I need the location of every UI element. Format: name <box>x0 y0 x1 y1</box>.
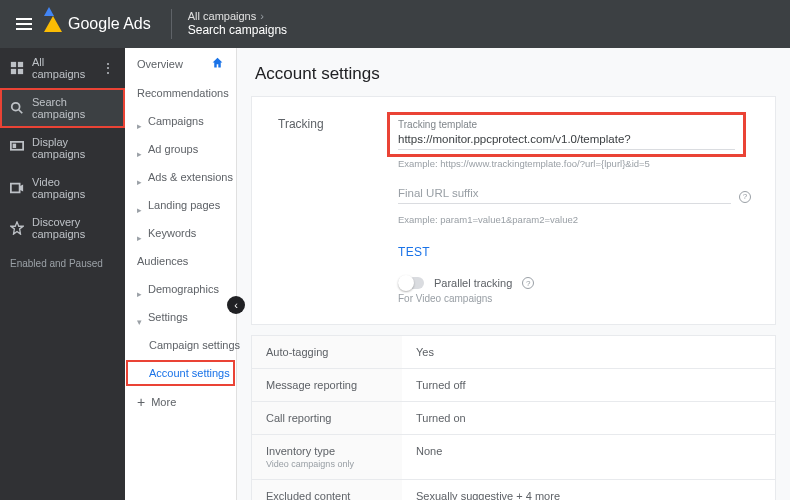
nav-label: Ad groups <box>148 143 198 155</box>
table-row[interactable]: Call reporting Turned on <box>252 401 775 434</box>
sidebar-item-label: Search campaigns <box>32 96 115 120</box>
nav-landing-pages[interactable]: Landing pages <box>125 191 236 219</box>
final-url-suffix-example: Example: param1=value1&param2=value2 <box>398 214 751 225</box>
sidebar-item-all-campaigns[interactable]: All campaigns ⋮ <box>0 48 125 88</box>
chevron-right-icon <box>137 175 142 180</box>
final-url-suffix-field[interactable]: Final URL suffix <box>398 185 731 204</box>
campaign-sidebar: All campaigns ⋮ Search campaigns Display… <box>0 48 125 500</box>
nav-campaigns[interactable]: Campaigns <box>125 107 236 135</box>
setting-value: Turned off <box>402 369 775 401</box>
setting-key: Excluded contentAll campaigns except Dis… <box>252 480 402 500</box>
menu-icon[interactable] <box>8 10 40 38</box>
sidebar-item-discovery-campaigns[interactable]: Discovery campaigns <box>0 208 125 248</box>
nav-ad-groups[interactable]: Ad groups <box>125 135 236 163</box>
nav-ads-extensions[interactable]: Ads & extensions <box>125 163 236 191</box>
grid-icon <box>10 61 24 75</box>
svg-rect-3 <box>18 69 23 74</box>
chevron-right-icon <box>137 287 142 292</box>
chevron-right-icon <box>137 203 142 208</box>
nav-campaign-settings[interactable]: Campaign settings <box>125 331 236 359</box>
table-row[interactable]: Message reporting Turned off <box>252 368 775 401</box>
svg-rect-2 <box>11 69 16 74</box>
nav-label: Recommendations <box>137 87 229 99</box>
nav-label: Account settings <box>149 367 230 379</box>
field-label: Tracking template <box>398 119 735 130</box>
nav-label: Keywords <box>148 227 196 239</box>
main-content: Account settings Tracking Tracking templ… <box>237 48 790 500</box>
nav-demographics[interactable]: Demographics <box>125 275 236 303</box>
sidebar-item-search-campaigns[interactable]: Search campaigns <box>0 88 125 128</box>
sidebar-item-display-campaigns[interactable]: Display campaigns <box>0 128 125 168</box>
svg-line-5 <box>19 110 23 114</box>
svg-rect-8 <box>11 184 20 193</box>
setting-key: Call reporting <box>252 402 402 434</box>
nav-recommendations[interactable]: Recommendations <box>125 79 236 107</box>
setting-key: Inventory typeVideo campaigns only <box>252 435 402 479</box>
nav-label: More <box>151 396 176 408</box>
nav-account-settings[interactable]: Account settings <box>125 359 236 387</box>
collapse-sidebar-button[interactable]: ‹ <box>227 296 245 314</box>
parallel-tracking-note: For Video campaigns <box>398 293 751 304</box>
plus-icon: + <box>137 395 145 409</box>
test-button[interactable]: TEST <box>398 245 430 259</box>
tracking-card: Tracking Tracking template https://monit… <box>251 96 776 325</box>
final-url-suffix-input[interactable]: Final URL suffix <box>398 185 731 204</box>
parallel-tracking-toggle[interactable] <box>398 277 424 289</box>
svg-rect-1 <box>18 62 23 67</box>
search-icon <box>10 101 24 115</box>
sidebar-item-label: All campaigns <box>32 56 93 80</box>
svg-marker-10 <box>11 222 23 234</box>
settings-table: Auto-tagging Yes Message reporting Turne… <box>251 335 776 500</box>
chevron-right-icon: › <box>260 10 264 22</box>
parallel-tracking-label: Parallel tracking <box>434 277 512 289</box>
tracking-template-field[interactable]: Tracking template https://monitor.ppcpro… <box>392 117 741 152</box>
home-icon <box>211 56 224 71</box>
kebab-icon[interactable]: ⋮ <box>101 61 115 75</box>
table-row[interactable]: Excluded contentAll campaigns except Dis… <box>252 479 775 500</box>
breadcrumb-parent: All campaigns <box>188 10 256 22</box>
nav-label: Overview <box>137 58 183 70</box>
nav-keywords[interactable]: Keywords <box>125 219 236 247</box>
chevron-down-icon <box>137 315 142 320</box>
setting-value: Turned on <box>402 402 775 434</box>
page-sidebar: Overview Recommendations Campaigns Ad gr… <box>125 48 237 500</box>
breadcrumb-current: Search campaigns <box>188 23 287 37</box>
nav-label: Campaign settings <box>149 339 240 351</box>
svg-rect-7 <box>13 144 17 148</box>
star-icon <box>10 221 24 235</box>
nav-label: Landing pages <box>148 199 220 211</box>
setting-value: Yes <box>402 336 775 368</box>
nav-label: Ads & extensions <box>148 171 233 183</box>
ads-logo-icon <box>44 16 62 32</box>
nav-label: Campaigns <box>148 115 204 127</box>
setting-key: Message reporting <box>252 369 402 401</box>
nav-more[interactable]: +More <box>125 387 236 417</box>
nav-label: Audiences <box>137 255 188 267</box>
sidebar-item-label: Video campaigns <box>32 176 115 200</box>
chevron-right-icon <box>137 231 142 236</box>
setting-value: Sexually suggestive + 4 more <box>402 480 775 500</box>
status-filter-label: Enabled and Paused <box>0 248 125 279</box>
tracking-template-input[interactable]: https://monitor.ppcprotect.com/v1.0/temp… <box>398 131 735 150</box>
setting-value: None <box>402 435 775 479</box>
info-icon[interactable]: ? <box>739 191 751 203</box>
table-row[interactable]: Auto-tagging Yes <box>252 336 775 368</box>
nav-settings[interactable]: Settings <box>125 303 236 331</box>
nav-audiences[interactable]: Audiences <box>125 247 236 275</box>
nav-label: Settings <box>148 311 188 323</box>
setting-key: Auto-tagging <box>252 336 402 368</box>
display-icon <box>10 141 24 155</box>
chevron-right-icon <box>137 119 142 124</box>
brand-name: Google Ads <box>68 15 151 33</box>
nav-overview[interactable]: Overview <box>125 48 236 79</box>
table-row[interactable]: Inventory typeVideo campaigns only None <box>252 434 775 479</box>
sidebar-item-video-campaigns[interactable]: Video campaigns <box>0 168 125 208</box>
section-label: Tracking <box>278 117 358 304</box>
svg-rect-0 <box>11 62 16 67</box>
nav-label: Demographics <box>148 283 219 295</box>
page-title: Account settings <box>237 48 790 96</box>
info-icon[interactable]: ? <box>522 277 534 289</box>
brand-logo[interactable]: Google Ads <box>44 15 151 33</box>
sidebar-item-label: Display campaigns <box>32 136 115 160</box>
breadcrumb[interactable]: All campaigns› Search campaigns <box>171 9 287 39</box>
